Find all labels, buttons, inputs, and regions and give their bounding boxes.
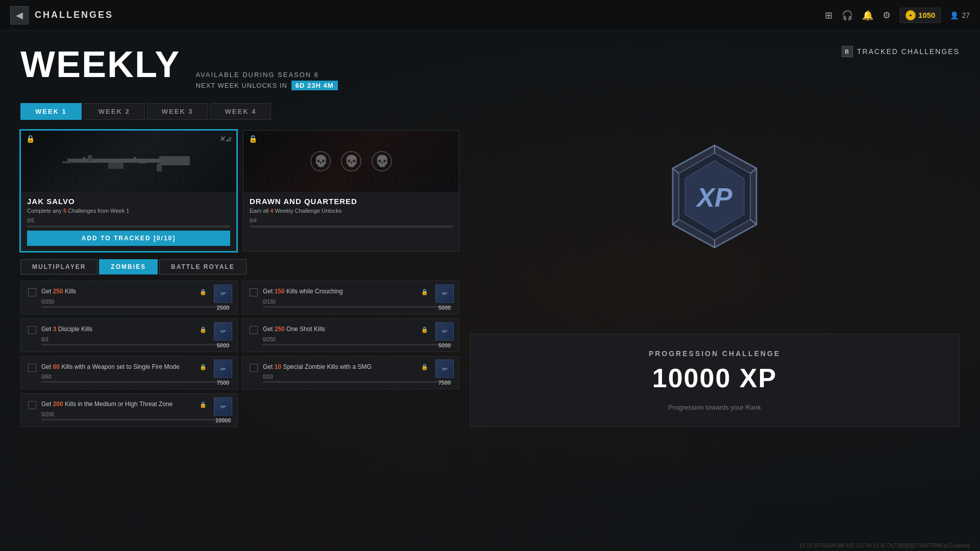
challenge-reward-5: 🔒 XP 7500 (214, 360, 232, 386)
unlock-card-jak-salvo[interactable]: 🔒 ✕⊿ JAK SALVO Complete any 5 Challenges… (20, 130, 237, 252)
challenge-reward-1: 🔒 XP 2500 (214, 284, 232, 310)
back-button[interactable]: ◀ (10, 6, 29, 24)
challenge-item-6[interactable]: Get 10 Special Zombie Kills with a SMG 0… (242, 356, 459, 390)
drawn-quartered-title: DRAWN AND QUARTERED (250, 197, 453, 206)
progression-card: PROGRESSION CHALLENGE 10000 XP Progressi… (470, 334, 960, 427)
xp-badge-6: XP (435, 360, 454, 378)
xp-badge-4: XP (435, 322, 454, 340)
challenge-progress-bar-5 (41, 381, 230, 383)
tab-week-3[interactable]: WEEK 3 (147, 103, 208, 120)
challenge-lock-2: 🔒 (421, 288, 428, 295)
currency-display: ● 1050 (900, 8, 941, 23)
svg-rect-3 (88, 155, 92, 161)
challenge-lock-5: 🔒 (200, 364, 207, 370)
back-icon: ◀ (16, 10, 23, 21)
challenge-item-1[interactable]: Get 250 Kills 0/250 🔒 XP 2500 (20, 281, 238, 314)
subtitle-section: AVAILABLE DURING SEASON 6 NEXT WEEK UNLO… (195, 71, 337, 90)
challenge-item-4[interactable]: Get 250 One Shot Kills 0/250 🔒 XP 5000 (242, 318, 459, 352)
filter-tabs: MULTIPLAYER ZOMBIES BATTLE ROYALE (20, 259, 459, 274)
reward-amount-6: 7500 (438, 380, 451, 386)
gear-icon[interactable]: ⚙ (883, 10, 891, 21)
headset-icon[interactable]: 🎧 (842, 10, 853, 21)
lock-icon-2: 🔒 (249, 135, 257, 143)
tab-battle-royale[interactable]: BATTLE ROYALE (159, 259, 247, 274)
progression-title: PROGRESSION CHALLENGE (485, 349, 944, 358)
tab-week-2[interactable]: WEEK 2 (84, 103, 145, 120)
reward-amount-7: 10000 (215, 417, 231, 423)
challenge-progress-bar-6 (263, 381, 452, 383)
unlock-timer: NEXT WEEK UNLOCKS IN 6d 23h 4m (195, 81, 337, 90)
challenge-reward-3: 🔒 XP 5000 (214, 322, 232, 348)
svg-rect-4 (108, 163, 124, 169)
challenge-checkbox-6[interactable] (250, 364, 258, 372)
card-logo: ✕⊿ (219, 135, 231, 143)
svg-rect-6 (157, 164, 162, 171)
main-content: WEEKLY AVAILABLE DURING SEASON 6 NEXT WE… (0, 31, 980, 437)
drawn-quartered-image: 💀 💀 💀 🔒 (243, 131, 459, 192)
currency-value: 1050 (918, 11, 935, 19)
drawn-quartered-info: DRAWN AND QUARTERED Earn all 4 Weekly Ch… (243, 192, 459, 233)
title-section: WEEKLY AVAILABLE DURING SEASON 6 NEXT WE… (20, 46, 338, 90)
tracked-challenges-button[interactable]: B TRACKED CHALLENGES (842, 46, 960, 57)
desc-suffix: Challenges from Week 1 (66, 208, 129, 214)
content-layout: 🔒 ✕⊿ JAK SALVO Complete any 5 Challenges… (20, 130, 960, 427)
desc2-suffix: Weekly Challenge Unlocks (273, 208, 341, 214)
challenge-reward-4: 🔒 XP 5000 (435, 322, 454, 348)
status-text: 10.18.19750334 [86:162:11278+11:A] Th[72… (799, 543, 970, 548)
page-header: WEEKLY AVAILABLE DURING SEASON 6 NEXT WE… (20, 46, 960, 90)
jak-salvo-progress-label: 0/5 (27, 218, 230, 223)
nav-title: CHALLENGES (35, 10, 113, 20)
challenge-lock-7: 🔒 (200, 402, 207, 408)
reward-amount-4: 5000 (438, 342, 451, 348)
challenge-progress-bar-3 (41, 344, 230, 345)
tab-week-4[interactable]: WEEK 4 (210, 103, 272, 120)
svg-text:XP: XP (695, 183, 732, 212)
reward-amount-1: 2500 (217, 304, 229, 310)
navbar: ◀ CHALLENGES ⊞ 🎧 🔔 ⚙ ● 1050 👤 27 (0, 0, 980, 31)
challenge-checkbox-2[interactable] (250, 288, 258, 296)
challenge-checkbox-7[interactable] (28, 401, 36, 409)
jak-salvo-image: 🔒 ✕⊿ (21, 131, 236, 192)
challenges-section: 🔒 ✕⊿ JAK SALVO Complete any 5 Challenges… (20, 130, 459, 427)
challenge-progress-label-7: 0/200 (41, 412, 230, 417)
person-icon: 👤 (950, 11, 959, 19)
grid-icon[interactable]: ⊞ (825, 10, 832, 21)
challenge-lock-6: 🔒 (421, 364, 428, 370)
challenge-progress-label-1: 0/250 (41, 299, 230, 305)
desc2-prefix: Earn all (250, 208, 270, 214)
tab-zombies[interactable]: ZOMBIES (99, 259, 158, 274)
challenge-checkbox-3[interactable] (28, 326, 36, 334)
tab-week-1[interactable]: WEEK 1 (20, 103, 82, 120)
svg-rect-1 (159, 156, 190, 165)
challenge-reward-2: 🔒 XP 5000 (435, 284, 454, 310)
challenge-item-2[interactable]: Get 150 Kills while Crouching 0/150 🔒 XP… (242, 281, 459, 314)
challenge-item-7[interactable]: Get 200 Kills in the Medium or High Thre… (20, 393, 238, 427)
unlock-card-drawn-quartered[interactable]: 💀 💀 💀 🔒 DRAWN AND QUARTERED Earn all 4 W… (243, 130, 459, 252)
challenge-checkbox-1[interactable] (28, 288, 36, 296)
challenge-item-3[interactable]: Get 3 Disciple Kills 0/3 🔒 XP 5000 (20, 318, 238, 352)
tab-multiplayer[interactable]: MULTIPLAYER (20, 259, 97, 274)
challenge-checkbox-5[interactable] (28, 364, 36, 372)
jak-salvo-title: JAK SALVO (27, 197, 230, 206)
add-to-tracked-button[interactable]: ADD TO TRACKED [0/10] (27, 231, 230, 246)
svg-rect-5 (139, 160, 146, 163)
challenge-reward-7: 🔒 XP 10000 (214, 397, 232, 423)
jak-salvo-desc: Complete any 5 Challenges from Week 1 (27, 208, 230, 214)
reward-amount-2: 5000 (438, 304, 451, 310)
desc-prefix: Complete any (27, 208, 63, 214)
timer-value: 6d 23h 4m (291, 81, 338, 90)
lock-icon: 🔒 (26, 135, 35, 143)
challenge-progress-bar-1 (41, 306, 230, 308)
tracked-label: TRACKED CHALLENGES (857, 47, 960, 56)
challenge-grid: Get 250 Kills 0/250 🔒 XP 2500 (20, 281, 459, 427)
xp-badge-5: XP (214, 360, 232, 378)
week-tabs: WEEK 1 WEEK 2 WEEK 3 WEEK 4 (20, 103, 960, 120)
bell-icon[interactable]: 🔔 (862, 10, 873, 21)
svg-rect-8 (134, 157, 136, 159)
svg-rect-7 (83, 157, 85, 159)
drawn-quartered-progress-bar (250, 226, 453, 228)
challenge-item-5[interactable]: Get 60 Kills with a Weapon set to Single… (20, 356, 238, 390)
jak-salvo-progress-bar (27, 226, 230, 228)
challenge-reward-6: 🔒 XP 7500 (435, 360, 454, 386)
challenge-checkbox-4[interactable] (250, 326, 258, 334)
